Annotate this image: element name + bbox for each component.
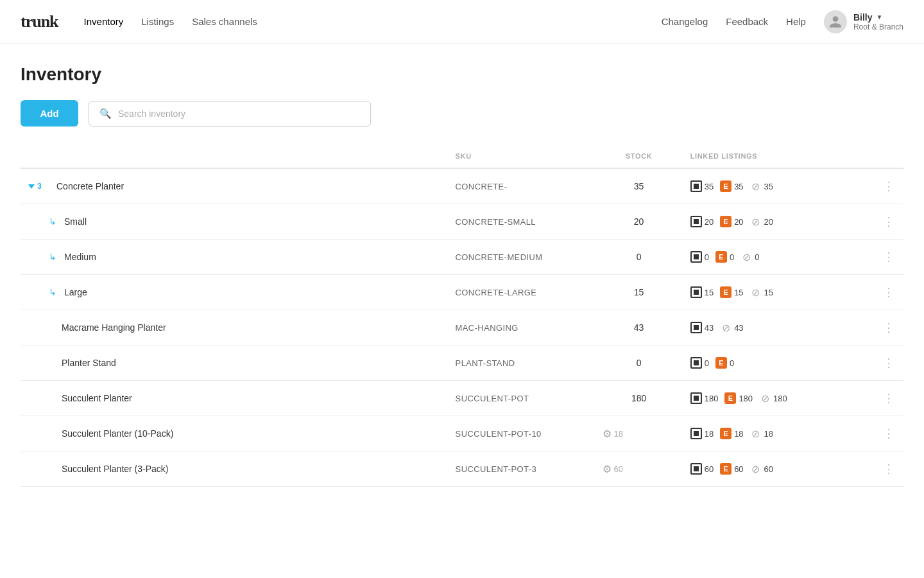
table-body: 3 Concrete Planter CONCRETE- 35 35E 35⊘ … <box>21 168 903 487</box>
nav-sales-channels[interactable]: Sales channels <box>192 13 257 30</box>
slash-icon: ⊘ <box>750 286 762 298</box>
item-name: Succulent Planter (10-Pack) <box>62 428 173 439</box>
add-button[interactable]: Add <box>21 100 78 127</box>
linked-col: 180E 180⊘ 180 <box>683 381 875 416</box>
more-actions-button[interactable]: ⋮ <box>883 215 896 228</box>
stock-cell: 0 <box>595 346 682 381</box>
listing-count: 0 <box>705 358 709 368</box>
linked-col: 0E 0⊘ 0 <box>683 240 875 275</box>
linked-col: 43⊘ 43 <box>683 310 875 346</box>
search-input[interactable] <box>118 109 360 119</box>
child-arrow-icon: ↳ <box>49 287 56 297</box>
more-actions-button[interactable]: ⋮ <box>883 392 896 405</box>
nav-listings[interactable]: Listings <box>141 13 174 30</box>
expand-button[interactable]: 3 <box>28 182 51 191</box>
more-actions-button[interactable]: ⋮ <box>883 180 896 193</box>
listing-badge: 0 <box>690 357 709 369</box>
listing-badge: 180 <box>690 392 719 404</box>
sku-col: CONCRETE- <box>456 168 595 204</box>
actions-col: ⋮ <box>875 381 903 416</box>
shopify-icon <box>690 322 702 333</box>
inventory-table: SKU STOCK LINKED LISTINGS 3 Concrete Pla… <box>21 147 903 487</box>
name-cell: 3 Concrete Planter <box>28 181 448 191</box>
stock-cell: ⚙ 18 <box>595 416 682 451</box>
actions-col: ⋮ <box>875 310 903 346</box>
listing-count: 0 <box>755 252 759 262</box>
more-actions-button[interactable]: ⋮ <box>883 427 896 440</box>
linked-listings: 18E 18⊘ 18 <box>690 428 868 439</box>
nav-inventory[interactable]: Inventory <box>84 13 124 30</box>
listing-badge: ⊘ 180 <box>759 392 787 404</box>
actions-col: ⋮ <box>875 275 903 310</box>
name-cell: Macrame Hanging Planter <box>28 322 448 333</box>
more-actions-button[interactable]: ⋮ <box>883 321 896 334</box>
name-col: Macrame Hanging Planter <box>21 310 456 346</box>
search-icon: 🔍 <box>99 108 112 119</box>
listing-badge: E 15 <box>720 286 743 298</box>
item-name: Large <box>64 287 87 297</box>
user-name: Billy <box>853 12 873 22</box>
name-col: Succulent Planter (3-Pack) <box>21 451 456 487</box>
stock-cell: 15 <box>595 275 682 310</box>
actions-col: ⋮ <box>875 346 903 381</box>
sku-col: MAC-HANGING <box>456 310 595 346</box>
name-col: ↳ Large <box>21 275 456 310</box>
listing-count: 180 <box>705 394 719 403</box>
listing-badge: 20 <box>690 216 714 227</box>
stock-cell: 43 <box>595 310 682 346</box>
sku-col: CONCRETE-MEDIUM <box>456 240 595 275</box>
listing-badge: 35 <box>690 180 714 192</box>
table-row: Succulent Planter (3-Pack) SUCCULENT-POT… <box>21 451 903 487</box>
name-col: ↳ Medium <box>21 240 456 275</box>
listing-badge: 60 <box>690 463 714 475</box>
item-name: Succulent Planter <box>62 393 132 403</box>
shopify-icon <box>690 180 702 192</box>
user-menu[interactable]: Billy ▼ Root & Branch <box>824 10 903 33</box>
listing-badge: E 60 <box>720 463 743 475</box>
linked-listings: 60E 60⊘ 60 <box>690 463 868 475</box>
shopify-icon <box>690 251 702 263</box>
item-name: Concrete Planter <box>56 181 124 191</box>
etsy-icon: E <box>720 180 732 192</box>
slash-icon: ⊘ <box>740 251 752 263</box>
shopify-icon <box>690 357 702 369</box>
help-link[interactable]: Help <box>786 16 806 27</box>
linked-col: 60E 60⊘ 60 <box>683 451 875 487</box>
listing-count: 60 <box>705 464 714 474</box>
table-row: Planter Stand PLANT-STAND 0 0E 0 ⋮ <box>21 346 903 381</box>
col-header-sku: SKU <box>456 147 595 168</box>
stock-cell: 35 <box>595 168 682 204</box>
listing-count: 20 <box>705 217 714 227</box>
feedback-link[interactable]: Feedback <box>726 16 768 27</box>
listing-badge: 15 <box>690 286 714 298</box>
listing-count: 18 <box>734 429 743 439</box>
etsy-icon: E <box>720 286 732 298</box>
item-name: Medium <box>64 252 96 262</box>
name-cell: ↳ Large <box>28 287 448 297</box>
item-name: Planter Stand <box>62 358 116 368</box>
col-header-linked: LINKED LISTINGS <box>683 147 875 168</box>
linked-col: 35E 35⊘ 35 <box>683 168 875 204</box>
sku-col: SUCCULENT-POT-10 <box>456 416 595 451</box>
actions-col: ⋮ <box>875 240 903 275</box>
listing-count: 35 <box>734 182 743 191</box>
table-row: Succulent Planter SUCCULENT-POT 180 180E… <box>21 381 903 416</box>
brand-logo[interactable]: trunk <box>21 12 58 31</box>
bundle-stock: ⚙ 60 <box>603 463 674 475</box>
changelog-link[interactable]: Changelog <box>662 16 708 27</box>
slash-icon: ⊘ <box>720 322 732 333</box>
more-actions-button[interactable]: ⋮ <box>883 356 896 369</box>
more-actions-button[interactable]: ⋮ <box>883 250 896 263</box>
slash-icon: ⊘ <box>750 216 762 227</box>
more-actions-button[interactable]: ⋮ <box>883 286 896 299</box>
actions-col: ⋮ <box>875 416 903 451</box>
listing-count: 15 <box>764 288 773 297</box>
table-row: Macrame Hanging Planter MAC-HANGING 43 4… <box>21 310 903 346</box>
toolbar: Add 🔍 <box>21 100 903 127</box>
more-actions-button[interactable]: ⋮ <box>883 462 896 475</box>
table-row: ↳ Large CONCRETE-LARGE 15 15E 15⊘ 15 ⋮ <box>21 275 903 310</box>
etsy-icon: E <box>715 357 727 369</box>
listing-badge: ⊘ 43 <box>720 322 743 333</box>
listing-badge: E 35 <box>720 180 743 192</box>
slash-icon: ⊘ <box>750 428 762 439</box>
